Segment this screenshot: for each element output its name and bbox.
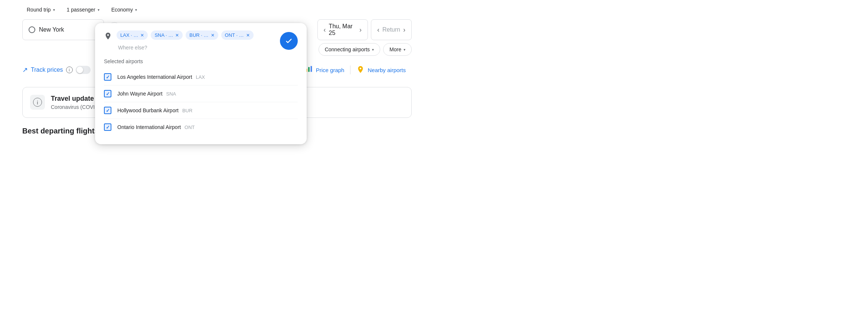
- where-else-placeholder: Where else?: [118, 45, 147, 51]
- airport-code-ont: ONT: [185, 125, 195, 130]
- airport-name-lax-text: Los Angeles International Airport: [117, 74, 192, 80]
- chip-lax-remove[interactable]: ✕: [140, 33, 144, 38]
- check-ont: ✓: [106, 125, 110, 130]
- track-prices-label[interactable]: Track prices: [31, 67, 63, 73]
- airport-dropdown-popup: LAX · … ✕ SNA · … ✕ BUR · … ✕ ONT · … ✕ …: [95, 23, 307, 144]
- origin-field[interactable]: New York: [22, 19, 104, 40]
- chip-ont-label: ONT · …: [225, 32, 244, 38]
- passenger-label: 1 passenger: [67, 7, 95, 13]
- chips-area: LAX · … ✕ SNA · … ✕ BUR · … ✕ ONT · … ✕ …: [117, 30, 275, 52]
- top-bar: Round trip ▾ 1 passenger ▾ Economy ▾: [0, 0, 434, 19]
- airport-code-lax: LAX: [196, 74, 205, 80]
- airport-checkbox-bur[interactable]: ✓: [104, 107, 111, 114]
- popup-location-icon: [104, 32, 112, 42]
- where-else-input[interactable]: Where else?: [117, 43, 154, 52]
- connecting-airports-filter[interactable]: Connecting airports ▾: [319, 43, 380, 56]
- return-date-nav-next[interactable]: ›: [403, 26, 405, 34]
- airport-checkbox-sna[interactable]: ✓: [104, 90, 111, 97]
- airport-item-ont[interactable]: ✓ Ontario International Airport ONT: [104, 119, 298, 135]
- passenger-chevron: ▾: [98, 8, 99, 12]
- connecting-airports-chevron: ▾: [372, 48, 374, 52]
- trip-type-chevron: ▾: [53, 8, 55, 12]
- toggle-thumb: [76, 67, 83, 73]
- chip-bur-remove[interactable]: ✕: [211, 33, 215, 38]
- airport-name-sna: John Wayne Airport SNA: [117, 91, 176, 97]
- confirm-button[interactable]: [280, 32, 298, 50]
- cabin-label: Economy: [111, 7, 133, 13]
- airport-name-sna-text: John Wayne Airport: [117, 91, 163, 97]
- chip-sna[interactable]: SNA · … ✕: [151, 30, 183, 40]
- chip-ont[interactable]: ONT · … ✕: [221, 30, 254, 40]
- origin-value: New York: [39, 26, 64, 33]
- check-sna: ✓: [106, 91, 110, 97]
- chip-lax[interactable]: LAX · … ✕: [117, 30, 148, 40]
- more-chevron: ▾: [404, 48, 405, 52]
- trip-type-label: Round trip: [27, 7, 51, 13]
- travel-update-icon: i: [33, 98, 42, 107]
- airport-name-bur-text: Hollywood Burbank Airport: [117, 107, 179, 113]
- airport-name-lax: Los Angeles International Airport LAX: [117, 74, 205, 80]
- more-label: More: [389, 46, 401, 52]
- origin-icon: [29, 26, 35, 33]
- more-filter[interactable]: More ▾: [383, 43, 412, 56]
- airport-item-sna[interactable]: ✓ John Wayne Airport SNA: [104, 85, 298, 102]
- airport-checkbox-lax[interactable]: ✓: [104, 73, 111, 81]
- best-departing-title: Best departing flights: [22, 127, 99, 135]
- nearby-airports-button[interactable]: Nearby airports: [350, 62, 412, 78]
- trip-type-selector[interactable]: Round trip ▾: [22, 4, 59, 16]
- chip-sna-label: SNA · …: [154, 32, 173, 38]
- travel-update-icon-wrap: i: [30, 95, 45, 110]
- track-prices-icon: ↗: [22, 66, 28, 74]
- nearby-airports-label: Nearby airports: [368, 67, 406, 73]
- cabin-selector[interactable]: Economy ▾: [107, 4, 141, 16]
- selected-airports-label: Selected airports: [104, 58, 298, 64]
- chip-sna-remove[interactable]: ✕: [175, 33, 179, 38]
- airport-checkbox-ont[interactable]: ✓: [104, 123, 111, 131]
- airport-list: ✓ Los Angeles International Airport LAX …: [104, 69, 298, 135]
- airport-item-lax[interactable]: ✓ Los Angeles International Airport LAX: [104, 69, 298, 85]
- passenger-selector[interactable]: 1 passenger ▾: [62, 4, 104, 16]
- airport-code-bur: BUR: [182, 108, 192, 113]
- date-label: Thu, Mar 25: [329, 23, 356, 36]
- popup-header: LAX · … ✕ SNA · … ✕ BUR · … ✕ ONT · … ✕ …: [104, 30, 298, 52]
- check-bur: ✓: [106, 108, 110, 113]
- nearby-airports-icon: [356, 65, 365, 75]
- date-nav-next[interactable]: ›: [359, 26, 362, 34]
- airport-name-ont: Ontario International Airport ONT: [117, 124, 195, 130]
- chip-bur[interactable]: BUR · … ✕: [186, 30, 218, 40]
- track-prices-toggle[interactable]: [76, 66, 91, 74]
- chip-ont-remove[interactable]: ✕: [246, 33, 250, 38]
- connecting-airports-label: Connecting airports: [325, 46, 370, 52]
- cabin-chevron: ▾: [135, 8, 137, 12]
- chip-lax-label: LAX · …: [120, 32, 138, 38]
- chip-bur-label: BUR · …: [189, 32, 208, 38]
- svg-rect-1: [308, 67, 310, 72]
- airport-name-ont-text: Ontario International Airport: [117, 124, 181, 130]
- track-prices-info-icon[interactable]: i: [66, 67, 73, 73]
- airport-code-sna: SNA: [166, 91, 176, 97]
- date-nav-prev[interactable]: ‹: [324, 26, 326, 34]
- airport-item-bur[interactable]: ✓ Hollywood Burbank Airport BUR: [104, 102, 298, 119]
- date-field[interactable]: ‹ Thu, Mar 25 ›: [317, 19, 368, 40]
- return-date-nav-prev[interactable]: ‹: [377, 26, 379, 34]
- price-graph-label: Price graph: [316, 67, 345, 73]
- return-date-label: Return: [382, 26, 400, 33]
- return-date-field[interactable]: ‹ Return ›: [371, 19, 412, 40]
- airport-name-bur: Hollywood Burbank Airport BUR: [117, 107, 192, 113]
- svg-rect-2: [310, 66, 312, 72]
- check-lax: ✓: [106, 74, 110, 80]
